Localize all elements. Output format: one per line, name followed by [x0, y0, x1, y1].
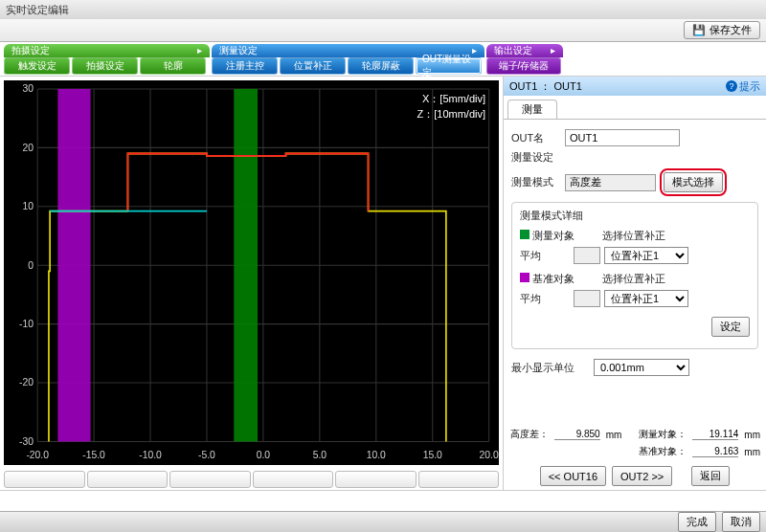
output-group-header[interactable]: 输出设定 ▸ — [486, 44, 563, 57]
ref-target-res-value: 9.163 — [692, 446, 738, 457]
next-out-button[interactable]: OUT2 >> — [612, 466, 672, 486]
ref-target-res-label: 基准对象： — [639, 445, 687, 458]
footer: 完成 取消 — [0, 511, 766, 532]
svg-text:0: 0 — [28, 258, 34, 270]
help-icon: ? — [726, 80, 737, 92]
cancel-button[interactable]: 取消 — [722, 512, 760, 532]
svg-text:10: 10 — [23, 200, 34, 211]
svg-text:-10: -10 — [19, 318, 34, 329]
measure-mode-detail-group: 测量模式详细 测量对象 选择位置补正 平均 位置补正1 基准对象 选择位置补正 … — [511, 202, 758, 349]
out-name-label: OUT名 — [511, 131, 561, 145]
min-unit-select[interactable]: 0.001mm — [594, 359, 689, 376]
svg-text:-20: -20 — [19, 376, 34, 388]
svg-text:-30: -30 — [19, 434, 34, 446]
meas-avg-input[interactable] — [574, 247, 600, 264]
meas-poscorr-select[interactable]: 位置补正1 — [604, 247, 688, 264]
mode-select-highlight: 模式选择 — [660, 168, 727, 196]
tab-profile[interactable]: 轮廓 — [140, 57, 206, 75]
meas-target-res-value: 19.114 — [692, 429, 738, 440]
svg-text:-5.0: -5.0 — [198, 449, 215, 460]
set-button[interactable]: 设定 — [711, 317, 750, 337]
svg-text:15.0: 15.0 — [423, 449, 442, 460]
x-div-label: X：[5mm/div] — [422, 92, 485, 106]
select-poscorr-label-1: 选择位置补正 — [602, 229, 665, 243]
hint-button[interactable]: ? 提示 — [726, 79, 760, 94]
chart-buttons-row — [0, 469, 503, 490]
chart-btn-3[interactable] — [169, 471, 251, 488]
prev-out-button[interactable]: << OUT16 — [540, 466, 606, 486]
results-row: 高度差： 9.850 mm 测量对象： 19.114 mm — [504, 424, 766, 445]
svg-text:20.0: 20.0 — [480, 449, 499, 460]
chart-btn-1[interactable] — [4, 471, 85, 488]
tab-measure-panel[interactable]: 测量 — [507, 100, 557, 119]
svg-rect-33 — [234, 89, 258, 442]
svg-text:-15.0: -15.0 — [82, 449, 105, 460]
save-icon: 💾 — [692, 24, 706, 36]
chart-btn-4[interactable] — [253, 471, 334, 488]
tab-profile-mask[interactable]: 轮廓屏蔽 — [348, 57, 414, 75]
window-titlebar: 实时设定编辑 — [0, 0, 766, 19]
height-diff-value: 9.850 — [554, 429, 600, 440]
chart-btn-2[interactable] — [87, 471, 169, 488]
out-name-input[interactable] — [565, 129, 680, 146]
detail-title: 测量模式详细 — [520, 209, 750, 223]
tab-capture-setting[interactable]: 拍摄设定 — [72, 57, 138, 75]
settings-pane: OUT1 ： OUT1 ? 提示 测量 OUT名 测量设定 测量模式 模式选择 … — [503, 77, 766, 490]
meas-mode-label: 测量模式 — [511, 175, 561, 189]
profile-chart[interactable]: -20.0-15.0-10.0-5.00.05.010.015.020.0-30… — [4, 80, 499, 465]
ref-poscorr-select[interactable]: 位置补正1 — [604, 290, 688, 307]
z-div-label: Z：[10mm/div] — [417, 107, 485, 122]
svg-text:20: 20 — [23, 141, 34, 152]
finish-button[interactable]: 完成 — [678, 512, 716, 532]
meas-target-res-label: 测量对象： — [639, 428, 687, 441]
category-tabs: 拍摄设定 ▸ 触发设定 拍摄设定 轮廓 测量设定 ▸ 注册主控 位置补正 轮廓屏… — [0, 42, 766, 77]
chart-pane: -20.0-15.0-10.0-5.00.05.010.015.020.0-30… — [0, 77, 503, 490]
svg-text:5.0: 5.0 — [313, 449, 327, 460]
out-title: OUT1 ： OUT1 — [509, 79, 582, 94]
tab-terminal-storage[interactable]: 端子/存储器 — [486, 57, 561, 75]
ref-avg-input[interactable] — [574, 290, 600, 307]
step-bar — [0, 490, 766, 511]
select-poscorr-label-2: 选择位置补正 — [602, 272, 665, 286]
meas-setting-heading: 测量设定 — [511, 150, 758, 165]
meas-target-label: 测量对象 — [520, 229, 598, 243]
results-row-2: 基准对象： 9.163 mm — [504, 445, 766, 462]
save-file-button[interactable]: 💾 保存文件 — [684, 21, 760, 39]
svg-text:30: 30 — [23, 82, 34, 94]
svg-text:-20.0: -20.0 — [26, 449, 49, 460]
height-diff-label: 高度差： — [510, 428, 549, 441]
meas-mode-value — [565, 174, 656, 191]
svg-text:0.0: 0.0 — [257, 449, 270, 460]
tab-register-master[interactable]: 注册主控 — [212, 57, 278, 75]
out-nav-row: << OUT16 OUT2 >> 返回 — [504, 462, 766, 490]
tab-out-measure-setting[interactable]: OUT测量设定 — [416, 57, 482, 75]
chart-btn-6[interactable] — [418, 471, 500, 488]
svg-text:10.0: 10.0 — [367, 449, 386, 460]
avg-label-2: 平均 — [520, 292, 570, 306]
mode-select-button[interactable]: 模式选择 — [664, 172, 723, 192]
window-title: 实时设定编辑 — [6, 3, 69, 17]
chart-btn-5[interactable] — [335, 471, 417, 488]
min-unit-label: 最小显示单位 — [511, 361, 590, 375]
svg-rect-32 — [57, 89, 90, 442]
svg-text:-10.0: -10.0 — [139, 449, 162, 460]
ref-target-label: 基准对象 — [520, 272, 598, 286]
toolbar: 💾 保存文件 — [0, 19, 766, 42]
tab-trigger-setting[interactable]: 触发设定 — [4, 57, 70, 75]
avg-label-1: 平均 — [520, 249, 570, 263]
save-file-label: 保存文件 — [710, 23, 752, 37]
back-button[interactable]: 返回 — [691, 466, 730, 486]
capture-group-header[interactable]: 拍摄设定 ▸ — [4, 44, 210, 57]
tab-position-correct[interactable]: 位置补正 — [280, 57, 346, 75]
